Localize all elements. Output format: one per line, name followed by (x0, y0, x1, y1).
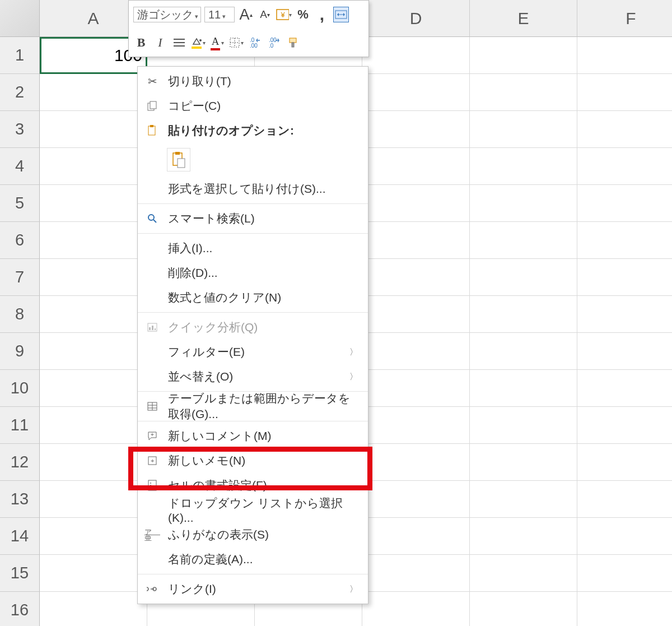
row-header-11[interactable]: 11 (0, 407, 40, 444)
cell[interactable] (40, 444, 147, 481)
cell[interactable] (470, 444, 577, 481)
decrease-font-icon[interactable]: A▾ (257, 7, 273, 22)
menu-insert[interactable]: 挿入(I)... (138, 236, 368, 261)
cell[interactable] (470, 296, 577, 333)
cell[interactable] (577, 296, 672, 333)
cell[interactable] (577, 518, 672, 555)
row-header-7[interactable]: 7 (0, 259, 40, 296)
row-header-10[interactable]: 10 (0, 370, 40, 407)
row-header-14[interactable]: 14 (0, 518, 40, 555)
menu-cut[interactable]: ✂ 切り取り(T) (138, 69, 368, 94)
cell[interactable] (577, 259, 672, 296)
accounting-format-icon[interactable]: ¥▾ (276, 7, 292, 22)
menu-new-comment[interactable]: + 新しいコメント(M) (138, 424, 368, 448)
menu-paste-special[interactable]: 形式を選択して貼り付け(S)... (138, 177, 368, 201)
cell[interactable] (40, 333, 147, 370)
row-header-9[interactable]: 9 (0, 333, 40, 370)
cell[interactable] (362, 333, 470, 370)
cell[interactable] (470, 259, 577, 296)
cell[interactable] (40, 481, 147, 518)
cell[interactable] (470, 555, 577, 592)
menu-filter[interactable]: フィルター(E) 〉 (138, 340, 368, 364)
cell[interactable] (577, 333, 672, 370)
col-header-D[interactable]: D (362, 0, 470, 37)
cell[interactable] (362, 148, 470, 185)
menu-get-data[interactable]: テーブルまたは範囲からデータを取得(G)... (138, 394, 368, 419)
cell[interactable] (577, 481, 672, 518)
cell[interactable] (362, 407, 470, 444)
font-name-combo[interactable]: 游ゴシック (133, 7, 201, 22)
menu-new-note[interactable]: + 新しいメモ(N) (138, 448, 368, 473)
italic-button[interactable]: I (152, 35, 168, 50)
cell[interactable] (40, 370, 147, 407)
cell[interactable] (40, 222, 147, 259)
menu-link[interactable]: リンク(I) 〉 (138, 577, 368, 601)
menu-format-cells[interactable]: セルの書式設定(F)... (138, 473, 368, 498)
cell[interactable] (577, 185, 672, 222)
merge-center-icon[interactable] (333, 7, 349, 22)
cell[interactable] (362, 370, 470, 407)
percent-icon[interactable]: % (295, 7, 311, 22)
menu-smart-lookup[interactable]: スマート検索(L) (138, 206, 368, 231)
menu-copy[interactable]: コピー(C) (138, 94, 368, 118)
cell[interactable] (40, 592, 147, 626)
cell[interactable] (362, 296, 470, 333)
cell[interactable] (40, 407, 147, 444)
fill-color-icon[interactable]: ▾ (190, 35, 206, 50)
cell[interactable] (470, 333, 577, 370)
row-header-6[interactable]: 6 (0, 222, 40, 259)
align-icon[interactable] (171, 35, 187, 50)
cell[interactable] (40, 148, 147, 185)
col-header-F[interactable]: F (577, 0, 672, 37)
cell[interactable] (577, 370, 672, 407)
menu-dropdown-select[interactable]: ドロップダウン リストから選択(K)... (138, 498, 368, 522)
col-header-E[interactable]: E (470, 0, 577, 37)
cell[interactable] (40, 296, 147, 333)
cell[interactable] (362, 259, 470, 296)
row-header-8[interactable]: 8 (0, 296, 40, 333)
font-size-combo[interactable]: 11 (204, 7, 235, 22)
cell[interactable] (577, 74, 672, 111)
select-all-corner[interactable] (0, 0, 40, 37)
row-header-2[interactable]: 2 (0, 74, 40, 111)
cell[interactable] (362, 444, 470, 481)
menu-define-name[interactable]: 名前の定義(A)... (138, 547, 368, 572)
cell[interactable] (40, 111, 147, 148)
cell[interactable] (40, 555, 147, 592)
cell-E1[interactable] (470, 37, 577, 74)
cell[interactable] (362, 111, 470, 148)
paste-default-button[interactable] (167, 148, 190, 171)
decrease-decimal-icon[interactable]: .00.0 (267, 35, 282, 50)
increase-font-icon[interactable]: A▴ (238, 7, 254, 22)
row-header-13[interactable]: 13 (0, 481, 40, 518)
row-header-3[interactable]: 3 (0, 111, 40, 148)
row-header-12[interactable]: 12 (0, 444, 40, 481)
cell[interactable] (577, 407, 672, 444)
comma-style-icon[interactable]: , (314, 7, 330, 22)
row-header-4[interactable]: 4 (0, 148, 40, 185)
cell[interactable] (362, 74, 470, 111)
font-color-icon[interactable]: A▾ (209, 35, 225, 50)
cell[interactable] (40, 259, 147, 296)
cell[interactable] (470, 370, 577, 407)
bold-button[interactable]: B (133, 35, 149, 50)
cell[interactable] (362, 185, 470, 222)
row-header-5[interactable]: 5 (0, 185, 40, 222)
cell[interactable] (362, 481, 470, 518)
cell[interactable] (577, 555, 672, 592)
cell[interactable] (470, 222, 577, 259)
cell[interactable] (40, 74, 147, 111)
cell[interactable] (40, 185, 147, 222)
cell[interactable] (362, 555, 470, 592)
cell[interactable] (470, 148, 577, 185)
cell[interactable] (362, 518, 470, 555)
menu-show-furigana[interactable]: ア亜 ふりがなの表示(S) (138, 522, 368, 547)
cell[interactable] (577, 444, 672, 481)
menu-sort[interactable]: 並べ替え(O) 〉 (138, 364, 368, 389)
cell[interactable] (577, 148, 672, 185)
cell[interactable] (470, 481, 577, 518)
cell-D1[interactable] (362, 37, 470, 74)
cell[interactable] (470, 518, 577, 555)
cell[interactable] (40, 518, 147, 555)
row-header-1[interactable]: 1 (0, 37, 40, 74)
